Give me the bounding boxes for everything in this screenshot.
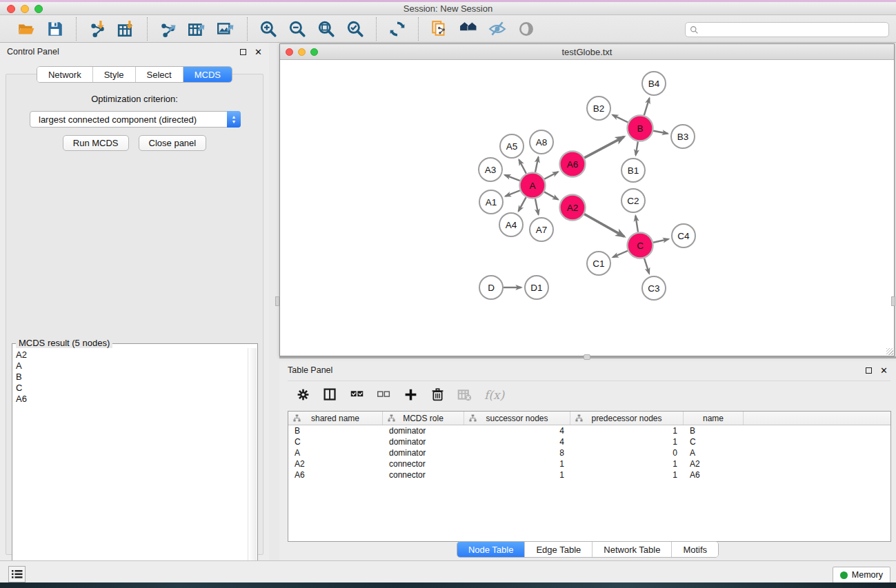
graph-node-B3[interactable]: B3	[671, 125, 695, 148]
edge-A6-B[interactable]	[584, 136, 624, 157]
export-network-button[interactable]	[156, 18, 181, 40]
graph-node-B4[interactable]: B4	[642, 72, 666, 95]
graph-node-A8[interactable]: A8	[530, 130, 553, 154]
tab-node-table[interactable]: Node Table	[457, 542, 526, 557]
edge-B-B2[interactable]	[613, 115, 628, 123]
column-header-successor-nodes[interactable]: successor nodes	[464, 412, 570, 425]
graph-node-C3[interactable]: C3	[642, 276, 666, 300]
graph-node-C2[interactable]: C2	[621, 189, 645, 212]
delete-button[interactable]	[430, 387, 445, 402]
edge-A-A4[interactable]	[519, 197, 526, 211]
graph-node-A[interactable]: A	[520, 173, 546, 199]
result-list-item[interactable]: A2	[16, 349, 245, 361]
search-input[interactable]	[702, 25, 884, 34]
import-table-button[interactable]	[114, 18, 139, 40]
zoom-selected-button[interactable]	[343, 18, 368, 40]
graph-node-D[interactable]: D	[479, 276, 503, 299]
column-header-shared-name[interactable]: shared name	[288, 412, 383, 425]
memory-button[interactable]: Memory	[833, 567, 890, 583]
edge-A-A8[interactable]	[535, 157, 539, 172]
graph-node-A2[interactable]: A2	[560, 195, 586, 221]
edge-C-C4[interactable]	[653, 239, 668, 243]
edge-A2-C[interactable]	[584, 214, 624, 237]
table-row[interactable]: A2connector11A2	[288, 458, 890, 469]
column-header-name[interactable]: name	[684, 412, 744, 425]
edge-A-A6[interactable]	[544, 172, 558, 179]
graph-node-A7[interactable]: A7	[530, 218, 553, 241]
tab-edge-table[interactable]: Edge Table	[525, 542, 593, 557]
table-float-panel-icon[interactable]	[866, 367, 872, 374]
add-column-button[interactable]	[404, 387, 418, 402]
edge-A-A7[interactable]	[535, 199, 539, 214]
result-list-item[interactable]: B	[16, 372, 245, 383]
edge-B-B1[interactable]	[636, 141, 638, 155]
edge-B-B4[interactable]	[644, 98, 650, 115]
graph-node-A6[interactable]: A6	[560, 152, 586, 177]
graph-node-A1[interactable]: A1	[479, 190, 503, 214]
table-row[interactable]: Bdominator41B	[288, 425, 890, 436]
table-close-panel-icon[interactable]: ✕	[880, 367, 888, 374]
import-network-button[interactable]	[85, 18, 110, 40]
minimize-window-button[interactable]	[21, 5, 29, 13]
graph-node-B2[interactable]: B2	[587, 97, 610, 120]
criterion-dropdown[interactable]: largest connected component (directed) ▲…	[30, 111, 241, 128]
export-table-button[interactable]	[185, 18, 210, 40]
gear-button[interactable]	[296, 387, 310, 402]
hide-selected-button[interactable]	[485, 18, 510, 40]
graph-node-C1[interactable]: C1	[587, 252, 610, 275]
result-scrollbar[interactable]	[248, 348, 257, 580]
result-list-item[interactable]: A6	[16, 394, 245, 405]
edge-A-A1[interactable]	[506, 190, 520, 196]
zoom-fit-button[interactable]	[314, 18, 339, 40]
graph-node-B1[interactable]: B1	[621, 159, 645, 182]
graph-node-A5[interactable]: A5	[500, 134, 524, 158]
panel-divider-handle[interactable]	[584, 354, 590, 360]
edge-A-A2[interactable]	[544, 192, 558, 199]
run-mcds-button[interactable]: Run MCDS	[63, 135, 129, 151]
result-list-item[interactable]: A	[16, 361, 245, 372]
edge-C-C1[interactable]	[613, 251, 628, 257]
graph-node-C4[interactable]: C4	[672, 224, 695, 247]
new-network-from-selection-button[interactable]	[427, 18, 452, 40]
zoom-window-button[interactable]	[34, 5, 43, 13]
column-selector-button[interactable]	[323, 387, 337, 402]
edge-A-A3[interactable]	[505, 175, 520, 181]
zoom-out-button[interactable]	[285, 18, 310, 40]
graph-node-B[interactable]: B	[628, 116, 653, 141]
graph-node-C[interactable]: C	[628, 233, 653, 258]
network-window-titlebar[interactable]: testGlobe.txt	[280, 44, 894, 60]
column-header-MCDS-role[interactable]: MCDS role	[383, 412, 464, 425]
tab-mcds[interactable]: MCDS	[183, 67, 232, 82]
graph-node-D1[interactable]: D1	[525, 276, 548, 299]
resize-grip-icon[interactable]	[886, 348, 893, 355]
tab-motifs[interactable]: Motifs	[672, 542, 718, 557]
close-window-button[interactable]	[7, 5, 15, 13]
zoom-in-button[interactable]	[256, 18, 281, 40]
float-panel-icon[interactable]	[240, 49, 246, 55]
deselect-all-button[interactable]	[377, 387, 391, 402]
function-builder-icon[interactable]: f(x)	[484, 388, 504, 402]
result-list-item[interactable]: C	[16, 383, 245, 394]
network-minimize-button[interactable]	[298, 48, 306, 56]
first-neighbors-button[interactable]	[456, 18, 481, 40]
close-panel-button[interactable]: Close panel	[139, 135, 207, 151]
task-history-button[interactable]	[8, 566, 26, 582]
edge-C-C2[interactable]	[635, 216, 638, 232]
select-all-button[interactable]	[350, 387, 364, 402]
tab-network[interactable]: Network	[37, 67, 93, 82]
edge-C-C3[interactable]	[644, 258, 649, 274]
table-row[interactable]: Adominator80A	[288, 447, 890, 458]
table-row[interactable]: A6connector11A6	[288, 469, 890, 480]
network-zoom-button[interactable]	[310, 48, 318, 56]
tab-style[interactable]: Style	[93, 67, 136, 82]
network-close-button[interactable]	[286, 48, 293, 56]
edge-A-A5[interactable]	[519, 160, 526, 174]
close-panel-icon[interactable]: ✕	[255, 49, 262, 55]
network-canvas[interactable]: B4B2BB3A8A5A6A3B1AC2A1A2A4A7C4CC1DD1C3	[280, 60, 894, 356]
right-split-handle[interactable]	[891, 296, 895, 306]
edge-B-B3[interactable]	[653, 131, 668, 134]
refresh-button[interactable]	[385, 18, 410, 40]
delete-table-button[interactable]	[457, 387, 472, 402]
column-header-predecessor-nodes[interactable]: predecessor nodes	[570, 412, 684, 425]
tab-network-table[interactable]: Network Table	[593, 542, 672, 557]
